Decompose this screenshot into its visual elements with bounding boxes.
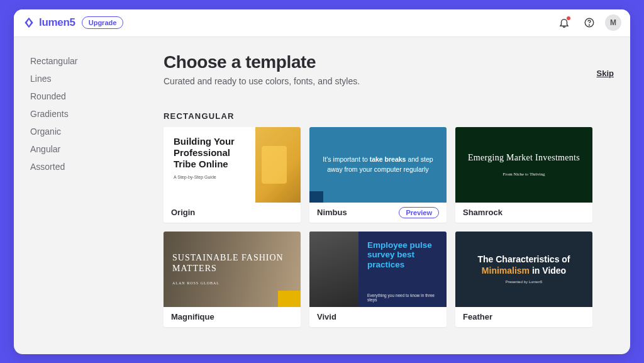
brand-name: lumen5 <box>39 16 75 29</box>
help-icon <box>584 17 595 28</box>
template-card-nimbus[interactable]: It's important to take breaks and step a… <box>309 127 447 223</box>
template-preview: SUSTAINABLE FASHION MATTERS ALAN ROSS GL… <box>164 232 301 307</box>
notification-dot <box>567 16 570 20</box>
brand-icon <box>23 16 35 29</box>
preview-headline: Emerging Market Investments <box>468 153 580 163</box>
template-name: Magnifique <box>171 312 214 321</box>
preview-text-a: The Characteristics of <box>477 254 570 264</box>
template-name: Vivid <box>317 312 336 321</box>
template-preview: The Characteristics of Minimalism in Vid… <box>455 232 592 307</box>
template-name: Shamrock <box>463 208 502 217</box>
preview-text: It's important to take breaks and step a… <box>322 155 434 175</box>
topbar: lumen5 Upgrade M <box>14 9 630 37</box>
preview-subline: A Step-by-Step Guide <box>174 175 249 179</box>
template-preview: Emerging Market Investments From Niche t… <box>455 127 592 203</box>
template-name: Origin <box>171 208 195 217</box>
card-footer: Vivid <box>309 307 447 327</box>
sidebar-item-angular[interactable]: Angular <box>30 144 146 154</box>
avatar[interactable]: M <box>605 14 621 31</box>
card-footer: Magnifique <box>164 307 301 327</box>
preview-subline: ALAN ROSS GLOBAL <box>172 281 301 285</box>
preview-headline: The Characteristics of Minimalism in Vid… <box>477 254 570 276</box>
preview-headline: SUSTAINABLE FASHION MATTERS <box>172 253 301 274</box>
template-name: Nimbus <box>317 208 347 217</box>
template-card-feather[interactable]: The Characteristics of Minimalism in Vid… <box>455 232 592 327</box>
sidebar: Rectangular Lines Rounded Gradients Orga… <box>14 37 146 354</box>
template-card-origin[interactable]: Building Your Professional Tribe Online … <box>164 127 301 223</box>
skip-link[interactable]: Skip <box>597 69 614 78</box>
sidebar-item-assorted[interactable]: Assorted <box>30 162 146 172</box>
template-preview: It's important to take breaks and step a… <box>309 127 447 203</box>
preview-subline: From Niche to Thriving <box>503 172 545 177</box>
sidebar-item-organic[interactable]: Organic <box>30 126 146 137</box>
card-footer: Nimbus Preview <box>309 203 447 223</box>
app-surface: lumen5 Upgrade M Rectangular Lines Round… <box>14 9 630 354</box>
svg-point-1 <box>589 25 590 25</box>
preview-accent <box>309 191 323 203</box>
preview-subline: Presented by Lumen5 <box>506 280 543 284</box>
preview-text-b: in Video <box>532 265 566 276</box>
template-card-magnifique[interactable]: SUSTAINABLE FASHION MATTERS ALAN ROSS GL… <box>164 232 301 327</box>
help-button[interactable] <box>580 13 599 32</box>
sidebar-item-gradients[interactable]: Gradients <box>30 109 146 119</box>
upgrade-button[interactable]: Upgrade <box>82 16 124 29</box>
preview-text-bold: take breaks <box>370 155 406 163</box>
template-row: SUSTAINABLE FASHION MATTERS ALAN ROSS GL… <box>164 232 615 327</box>
body-area: Rectangular Lines Rounded Gradients Orga… <box>14 37 630 354</box>
template-card-vivid[interactable]: Employee pulse survey best practices Eve… <box>309 232 447 327</box>
brand-logo[interactable]: lumen5 <box>23 16 75 29</box>
sidebar-item-rectangular[interactable]: Rectangular <box>30 56 146 66</box>
category-label: Rectangular <box>164 111 615 121</box>
template-preview: Employee pulse survey best practices Eve… <box>309 232 447 307</box>
preview-headline: Employee pulse survey best practices <box>367 240 439 270</box>
page-title: Choose a template <box>164 52 615 72</box>
preview-image <box>309 232 358 307</box>
card-footer: Shamrock <box>455 203 592 223</box>
template-card-shamrock[interactable]: Emerging Market Investments From Niche t… <box>455 127 592 223</box>
preview-headline: Building Your Professional Tribe Online <box>174 136 249 170</box>
preview-text-accent: Minimalism <box>482 265 530 276</box>
page-subtitle: Curated and ready to use colors, fonts, … <box>164 76 615 86</box>
preview-image <box>255 127 301 203</box>
sidebar-item-lines[interactable]: Lines <box>30 74 146 84</box>
card-footer: Feather <box>455 307 592 327</box>
template-row: Building Your Professional Tribe Online … <box>164 127 615 223</box>
sidebar-item-rounded[interactable]: Rounded <box>30 91 146 101</box>
main-pane: Skip Choose a template Curated and ready… <box>146 37 630 354</box>
preview-subline: Everything you need to know in three ste… <box>367 293 439 302</box>
notifications-button[interactable] <box>555 13 574 32</box>
card-footer: Origin <box>164 203 301 223</box>
template-name: Feather <box>463 312 492 321</box>
template-preview: Building Your Professional Tribe Online … <box>164 127 301 203</box>
preview-button[interactable]: Preview <box>399 207 439 218</box>
preview-text-a: It's important to <box>323 155 367 163</box>
